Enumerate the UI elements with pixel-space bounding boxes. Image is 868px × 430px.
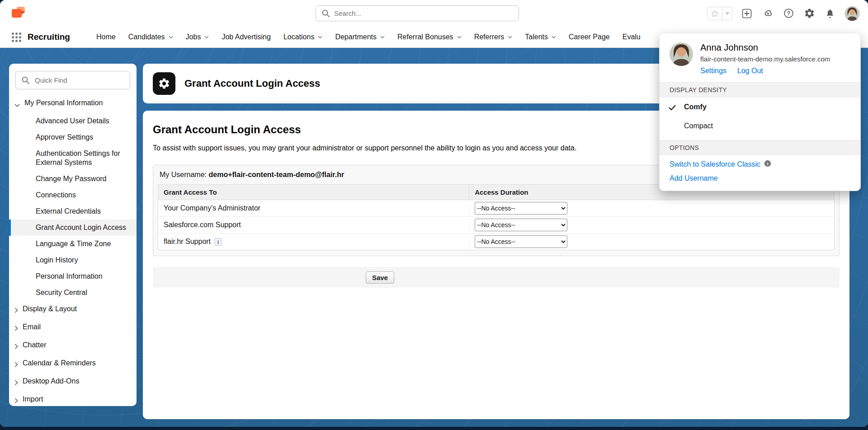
quick-find-input[interactable] [15,71,130,89]
username-value: demo+flair-content-team-demo@flair.hr [208,171,344,178]
info-circle-icon[interactable]: i [764,160,771,169]
profile-avatar[interactable] [844,6,860,21]
sidebar-item-label: Import [23,395,43,404]
sidebar-item-display-layout[interactable]: Display & Layout [9,301,137,319]
guidance-center-icon[interactable] [761,7,774,20]
chevron-right-icon [14,360,18,369]
favorites-star-icon[interactable] [708,7,722,20]
sidebar-item-advanced-user-details[interactable]: Advanced User Details [9,113,137,129]
search-icon [21,76,30,86]
sidebar-item-login-history[interactable]: Login History [9,252,137,268]
sidebar-item-desktop-add-ons[interactable]: Desktop Add-Ons [9,373,137,391]
tab-label: Candidates [128,33,165,41]
form-button-strip: Save [153,267,840,288]
density-option-comfy[interactable]: Comfy [660,98,860,117]
profile-identity: Anna Johnson flair-content-team-demo.my.… [700,42,830,75]
tab-job-advertising[interactable]: Job Advertising [222,33,271,41]
profile-avatar-large[interactable] [670,42,693,66]
tab-evaluations-truncated[interactable]: Evalu [623,33,641,41]
chevron-down-icon [318,36,322,38]
profile-domain: flair-content-team-demo.my.salesforce.co… [700,55,830,63]
setup-tree: My Personal Information Advanced User De… [9,95,137,406]
chevron-down-icon [14,100,20,109]
sidebar-item-label: Desktop Add-Ons [23,377,79,386]
sidebar-item-connections[interactable]: Connections [9,187,137,203]
tab-locations[interactable]: Locations [283,33,323,41]
sidebar-item-my-personal-information[interactable]: My Personal Information [9,95,137,113]
sidebar-item-label: Display & Layout [23,304,77,313]
tab-referrers[interactable]: Referrers [474,33,513,41]
grantee-label: Your Company's Administrator [164,204,260,212]
sidebar-item-email[interactable]: Email [9,319,137,337]
grantee-label: Salesforce.com Support [164,221,241,229]
switch-to-classic-link[interactable]: Switch to Salesforce Classic i [660,155,860,170]
tab-career-page[interactable]: Career Page [569,33,610,41]
density-option-compact[interactable]: Compact [660,117,860,136]
sidebar-item-external-credentials[interactable]: External Credentials [9,203,137,220]
grantee-name: Salesforce.com Support [158,217,469,234]
tab-home[interactable]: Home [96,33,116,41]
chevron-right-icon [14,379,18,388]
logout-link[interactable]: Log Out [737,67,763,75]
svg-text:i: i [767,162,769,166]
info-icon[interactable]: i [214,238,222,246]
settings-link[interactable]: Settings [700,67,726,75]
sidebar-item-label: My Personal Information [24,98,103,108]
access-duration-select-flair-support[interactable]: --No Access-- [475,235,567,248]
profile-dropdown-header: Anna Johnson flair-content-team-demo.my.… [660,33,860,78]
sidebar-item-calendar-reminders[interactable]: Calendar & Reminders [9,355,137,373]
flair-logo[interactable] [10,6,27,21]
global-search-input[interactable] [316,5,519,21]
sidebar-item-language-time-zone[interactable]: Language & Time Zone [9,236,137,252]
tab-referral-bonuses[interactable]: Referral Bonuses [397,33,462,41]
access-duration-select-administrator[interactable]: --No Access-- [475,202,567,215]
header-actions: ? [707,0,860,27]
save-button[interactable]: Save [366,271,394,284]
sidebar-item-grant-account-login-access[interactable]: Grant Account Login Access [9,220,137,236]
switch-to-classic-label: Switch to Salesforce Classic [670,160,760,168]
notifications-bell-icon[interactable] [824,7,836,20]
sidebar-item-personal-information[interactable]: Personal Information [9,268,137,285]
tab-jobs[interactable]: Jobs [186,33,209,41]
sidebar-item-label: Calendar & Reminders [23,359,96,368]
column-header-grant-access-to: Grant Access To [158,185,469,200]
grant-access-table: Grant Access To Access Duration Your Com… [158,184,835,250]
sidebar-item-change-my-password[interactable]: Change My Password [9,171,137,187]
profile-name: Anna Johnson [700,42,830,53]
table-row: flair.hr Supporti --No Access-- [158,234,835,250]
sidebar-item-chatter[interactable]: Chatter [9,337,137,355]
global-search [316,5,519,21]
app-name[interactable]: Recruiting [28,32,70,42]
global-actions-icon[interactable] [741,7,753,20]
help-icon[interactable]: ? [782,7,795,20]
tab-departments[interactable]: Departments [335,33,385,41]
tab-talents[interactable]: Talents [525,33,556,41]
add-username-link[interactable]: Add Username [660,170,860,184]
access-duration-select-salesforce-support[interactable]: --No Access-- [475,219,567,231]
sidebar-item-label: Chatter [23,341,46,350]
sidebar-item-approver-settings[interactable]: Approver Settings [9,129,137,145]
tab-candidates[interactable]: Candidates [128,33,173,41]
tab-label: Evalu [623,33,641,41]
tab-label: Career Page [569,33,610,41]
options-section-header: OPTIONS [660,140,860,155]
setup-gear-tile-icon [153,72,175,95]
setup-gear-icon[interactable] [803,7,816,20]
sidebar-item-security-central[interactable]: Security Central [9,285,137,301]
sidebar-item-import[interactable]: Import [9,391,137,406]
tab-label: Referral Bonuses [397,33,453,41]
grantee-name: flair.hr Supporti [158,234,469,250]
checkmark-icon [669,104,676,112]
duration-cell: --No Access-- [469,234,835,250]
chevron-down-icon [552,36,556,38]
favorites-button-group [707,7,732,20]
chevron-down-icon [169,36,173,38]
svg-text:?: ? [787,10,790,17]
tab-label: Jobs [186,33,201,41]
chevron-right-icon [14,342,18,351]
favorites-caret-icon[interactable] [722,7,732,20]
app-launcher-icon[interactable] [12,33,21,42]
sidebar-item-authentication-settings[interactable]: Authentication Settings for External Sys… [9,145,137,171]
table-row: Your Company's Administrator --No Access… [158,200,835,217]
tab-label: Talents [525,33,548,41]
